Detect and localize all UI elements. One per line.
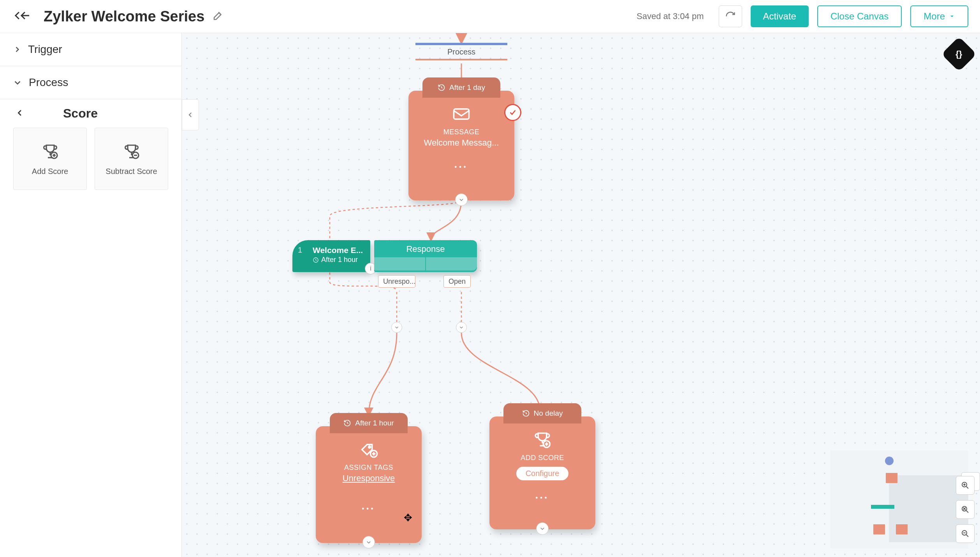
close-canvas-button[interactable]: Close Canvas [817,5,902,27]
node-tags-type: ASSIGN TAGS [316,464,422,472]
chevron-right-icon [13,46,21,53]
node-message-delay[interactable]: After 1 day [422,77,500,98]
branch-port-unresponded[interactable] [391,322,402,333]
trophy-plus-icon [489,430,595,452]
zoom-out-icon [961,529,970,538]
zoom-reset-button[interactable] [956,500,975,519]
zoom-out-button[interactable] [956,524,975,543]
process-bottom-line [415,59,507,60]
zoom-in-icon [961,481,970,490]
canvas[interactable]: {} Process [182,33,980,557]
minimap-node [873,524,885,534]
score-back-button[interactable] [16,109,24,119]
palette-add-score-label: Add Score [32,167,68,176]
minimap-entry-dot [885,457,894,465]
node-score-configure[interactable]: Configure [516,467,569,480]
branch-port-open[interactable] [456,322,467,333]
header-actions: Saved at 3:04 pm Activate Close Canvas M… [637,5,968,27]
trigger-label: Trigger [28,43,62,56]
history-icon [343,419,351,427]
chevron-down-icon [13,78,22,87]
node-tags-menu[interactable]: ••• [316,505,422,512]
node-score-delay[interactable]: No delay [503,403,581,423]
split-response[interactable]: Response [374,240,477,272]
split-criteria-title: Welcome E... [313,246,364,255]
refresh-button[interactable] [719,5,742,27]
more-button[interactable]: More [910,5,968,27]
palette-add-score[interactable]: Add Score [13,128,87,190]
trophy-plus-icon [41,142,60,161]
split-response-label: Response [374,240,477,254]
split-legs [374,257,477,271]
node-message-menu[interactable]: ••• [408,163,514,170]
zoom-reset-icon [961,505,970,514]
history-icon [522,409,530,417]
tag-plus-icon [316,439,422,461]
process-entry[interactable]: Process [415,43,507,60]
split-criteria[interactable]: 1 Welcome E... After 1 hour [292,240,370,272]
zoom-in-button[interactable] [956,476,975,495]
workflow-title: Zylker Welcome Series [44,8,204,25]
minimap-split [871,505,894,509]
process-entry-label: Process [415,45,507,59]
back-arrow-line-icon [19,10,32,23]
svg-point-4 [369,446,371,448]
trophy-minus-icon [122,142,141,161]
minimap-node [896,524,908,534]
close-canvas-label: Close Canvas [830,11,889,22]
node-tags-delay-label: After 1 hour [355,419,394,427]
move-cursor-icon: ✥ [404,512,412,524]
app-header: Zylker Welcome Series Saved at 3:04 pm A… [0,0,980,33]
more-label: More [924,11,945,22]
node-score-type: ADD SCORE [489,454,595,462]
split-leg-open[interactable] [426,257,477,271]
split-criteria-time: After 1 hour [313,256,364,264]
node-tags-out-port[interactable] [362,536,375,548]
edit-title-button[interactable] [212,10,224,23]
sidebar: Trigger Process Score Add Score Subtract… [0,33,182,557]
node-status-badge[interactable] [504,104,521,121]
node-score-delay-label: No delay [534,409,563,418]
split-index: 1 [298,246,302,255]
node-message-subject: Welcome Messag... [408,138,514,148]
component-palette: Add Score Subtract Score [0,128,181,190]
score-title: Score [63,106,98,121]
branch-label-unresponded[interactable]: Unrespo... [378,275,415,288]
split-criteria-time-label: After 1 hour [321,256,358,264]
check-icon [508,108,517,117]
process-label: Process [29,76,68,89]
node-message-delay-label: After 1 day [449,83,485,92]
sidebar-section-trigger[interactable]: Trigger [0,33,181,66]
node-message[interactable]: After 1 day MESSAGE Welcome Messag... ••… [408,91,514,200]
node-message-out-port[interactable] [455,193,468,206]
svg-rect-2 [454,109,469,119]
zoom-controls [956,476,975,543]
score-subheader: Score [0,99,181,128]
node-add-score[interactable]: No delay ADD SCORE Configure ••• [489,416,595,529]
node-tags-delay[interactable]: After 1 hour [330,413,408,433]
history-icon [438,84,445,91]
minimap[interactable] [830,450,968,548]
clock-icon [313,257,319,263]
palette-subtract-score[interactable]: Subtract Score [95,128,168,190]
split-leg-unresponded[interactable] [374,257,426,271]
activate-label: Activate [763,11,796,22]
node-assign-tags[interactable]: After 1 hour ASSIGN TAGS Unresponsive ••… [316,426,422,543]
node-score-out-port[interactable] [536,522,549,535]
minimap-node [886,473,897,483]
sidebar-section-process[interactable]: Process [0,66,181,99]
mail-icon [408,104,514,126]
palette-subtract-score-label: Subtract Score [106,167,157,176]
activate-button[interactable]: Activate [751,5,809,27]
node-message-type: MESSAGE [408,128,514,136]
save-status: Saved at 3:04 pm [637,11,704,21]
branch-label-open[interactable]: Open [443,275,471,288]
node-score-menu[interactable]: ••• [489,494,595,501]
chevron-down-icon [949,13,955,19]
node-tags-value: Unresponsive [316,473,422,483]
